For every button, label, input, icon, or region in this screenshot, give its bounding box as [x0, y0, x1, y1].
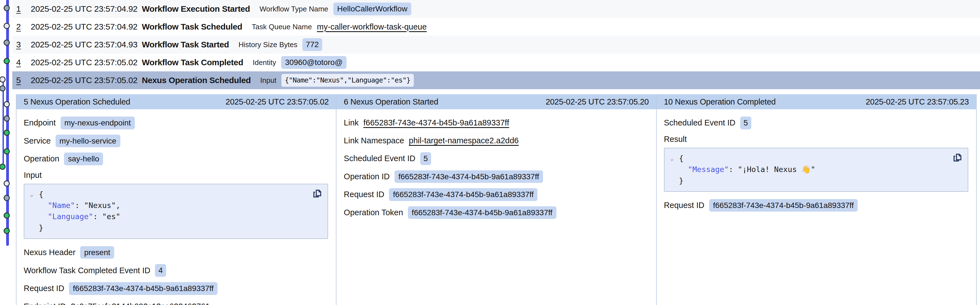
panel-nexus-operation-started: 6 Nexus Operation Started 2025-02-25 UTC…	[336, 94, 656, 305]
event-timestamp: 2025-02-25 UTC 23:57:04.93	[31, 40, 142, 49]
timeline-event-dot-completed[interactable]	[4, 130, 10, 136]
event-attr-label: Task Queue Name	[252, 22, 312, 31]
panel-body: Endpoint my-nexus-endpoint Service my-he…	[16, 109, 336, 305]
event-name: Workflow Execution Started	[142, 4, 250, 14]
field-request-id: Request ID f665283f-743e-4374-b45b-9a61a…	[344, 188, 648, 201]
json-line: "Name": "Nexus",	[30, 200, 322, 211]
event-id-link[interactable]: 2	[16, 22, 28, 32]
event-attr-value-badge: HelloCallerWorkflow	[333, 3, 412, 15]
panel-timestamp: 2025-02-25 UTC 23:57:05.02	[226, 97, 329, 106]
timeline-event-dot-completed[interactable]	[4, 212, 10, 218]
json-line: "Language": "es"	[30, 211, 322, 222]
timeline-event-dot-scheduled[interactable]	[0, 76, 6, 82]
timeline-event-dot-started[interactable]	[0, 85, 6, 92]
field-value-badge: f665283f-743e-4374-b45b-9a61a89337ff	[709, 199, 858, 212]
field-scheduled-event-id: Scheduled Event ID 5	[664, 117, 968, 130]
timeline-event-dot-started[interactable]	[4, 195, 10, 201]
field-operation-id: Operation ID f665283f-743e-4374-b45b-9a6…	[344, 170, 648, 183]
field-request-id: Request ID f665283f-743e-4374-b45b-9a61a…	[24, 282, 328, 295]
event-row-5-selected[interactable]: 5 2025-02-25 UTC 23:57:05.02 Nexus Opera…	[12, 71, 980, 89]
timeline-event-dot-completed[interactable]	[4, 228, 10, 234]
event-name: Nexus Operation Scheduled	[142, 76, 251, 85]
field-label: Service	[24, 136, 51, 145]
field-value-badge: f665283f-743e-4374-b45b-9a61a89337ff	[395, 170, 543, 183]
field-value-badge: present	[80, 246, 114, 259]
field-value-badge: f665283f-743e-4374-b45b-9a61a89337ff	[389, 188, 538, 201]
field-value-badge: my-hello-service	[56, 135, 120, 147]
timeline-event-dot-completed[interactable]	[4, 58, 10, 64]
event-row-2[interactable]: 2 2025-02-25 UTC 23:57:04.92 Workflow Ta…	[12, 18, 980, 36]
timeline-rail-layer	[0, 0, 16, 305]
field-label: Link	[344, 118, 358, 127]
panel-nexus-operation-completed: 10 Nexus Operation Completed 2025-02-25 …	[656, 94, 976, 305]
field-value-badge: f665283f-743e-4374-b45b-9a61a89337ff	[408, 206, 557, 219]
result-section-label: Result	[664, 135, 968, 144]
event-input-json-badge: {"Name":"Nexus","Language":"es"}	[282, 74, 414, 87]
event-attr-label: Workflow Type Name	[259, 5, 328, 13]
task-queue-link[interactable]: my-caller-workflow-task-queue	[317, 22, 426, 32]
event-name: Workflow Task Scheduled	[142, 22, 242, 32]
copy-icon[interactable]	[952, 152, 963, 163]
event-detail-panels: 5 Nexus Operation Scheduled 2025-02-25 U…	[16, 94, 977, 305]
timeline-event-dot-started[interactable]	[4, 5, 10, 11]
event-attr-label: Input	[260, 76, 277, 85]
panel-body: Link f665283f-743e-4374-b45b-9a61a89337f…	[336, 109, 656, 219]
json-line: "Message": "¡Hola! Nexus 👋"	[670, 164, 962, 175]
event-attr-label: Identity	[253, 58, 276, 67]
timeline-event-dot-scheduled[interactable]	[4, 23, 10, 29]
panel-timestamp: 2025-02-25 UTC 23:57:05.23	[866, 97, 969, 106]
event-id-link[interactable]: 3	[16, 40, 28, 49]
timeline-event-dot-scheduled[interactable]	[4, 101, 10, 107]
timeline-branch-rail	[3, 80, 4, 168]
panel-title: 5 Nexus Operation Scheduled	[24, 97, 130, 106]
timeline-event-dot-completed[interactable]	[0, 164, 6, 170]
field-label: Operation Token	[344, 208, 403, 217]
event-row-3[interactable]: 3 2025-02-25 UTC 23:57:04.93 Workflow Ta…	[12, 36, 980, 54]
event-row-1[interactable]: 1 2025-02-25 UTC 23:57:04.92 Workflow Ex…	[12, 0, 980, 18]
timeline-event-dot-started[interactable]	[4, 40, 10, 46]
field-value-badge: say-hello	[64, 153, 103, 165]
field-link: Link f665283f-743e-4374-b45b-9a61a89337f…	[344, 117, 648, 129]
panel-nexus-operation-scheduled: 5 Nexus Operation Scheduled 2025-02-25 U…	[16, 94, 336, 305]
input-json-viewer: ⌄{ "Name": "Nexus", "Language": "es" }	[24, 184, 328, 239]
event-name: Workflow Task Started	[142, 40, 229, 49]
field-label: Scheduled Event ID	[664, 118, 735, 127]
endpoint-id-link[interactable]: 3c0c75ccfa8144b092c13ce632463761	[71, 302, 210, 305]
field-wft-completed-event-id: Workflow Task Completed Event ID 4	[24, 264, 328, 277]
collapse-chevron-icon[interactable]: ⌄	[670, 153, 677, 164]
field-label: Request ID	[664, 201, 705, 210]
field-service: Service my-hello-service	[24, 135, 328, 147]
event-id-link[interactable]: 4	[16, 58, 28, 67]
field-nexus-header: Nexus Header present	[24, 246, 328, 259]
event-row-4[interactable]: 4 2025-02-25 UTC 23:57:05.02 Workflow Ta…	[12, 54, 980, 71]
field-value-badge: 4	[155, 264, 166, 277]
field-label: Operation	[24, 154, 59, 163]
field-operation-token: Operation Token f665283f-743e-4374-b45b-…	[344, 206, 648, 219]
timeline-main-rail	[6, 0, 9, 246]
collapse-chevron-icon[interactable]: ⌄	[30, 189, 37, 200]
panel-timestamp: 2025-02-25 UTC 23:57:05.20	[546, 97, 649, 106]
field-link-namespace: Link Namespace phil-target-namespace2.a2…	[344, 134, 648, 147]
timeline-event-dot-scheduled[interactable]	[4, 180, 10, 186]
field-label: Endpoint ID	[24, 302, 66, 305]
copy-icon[interactable]	[312, 188, 323, 199]
json-line: }	[30, 222, 322, 233]
event-id-link[interactable]: 5	[16, 76, 28, 85]
json-line: }	[670, 175, 962, 186]
event-attr-value-badge: 30960@totoro@	[281, 56, 347, 69]
event-name: Workflow Task Completed	[142, 58, 243, 67]
event-attr-value-badge: 772	[302, 38, 322, 51]
field-endpoint-id: Endpoint ID 3c0c75ccfa8144b092c13ce63246…	[24, 300, 328, 305]
link-namespace-link[interactable]: phil-target-namespace2.a2dd6	[409, 136, 519, 145]
field-scheduled-event-id: Scheduled Event ID 5	[344, 152, 648, 165]
timeline-event-dot-completed[interactable]	[4, 148, 10, 155]
event-id-link[interactable]: 1	[16, 4, 28, 14]
panel-header: 10 Nexus Operation Completed 2025-02-25 …	[657, 94, 976, 109]
field-request-id: Request ID f665283f-743e-4374-b45b-9a61a…	[664, 199, 968, 212]
json-line: ⌄{	[30, 189, 322, 200]
panel-header: 6 Nexus Operation Started 2025-02-25 UTC…	[336, 94, 656, 109]
event-timestamp: 2025-02-25 UTC 23:57:04.92	[31, 22, 142, 32]
field-label: Nexus Header	[24, 248, 75, 257]
link-target-link[interactable]: f665283f-743e-4374-b45b-9a61a89337ff	[364, 118, 509, 127]
timeline-event-dot-started[interactable]	[4, 115, 10, 122]
